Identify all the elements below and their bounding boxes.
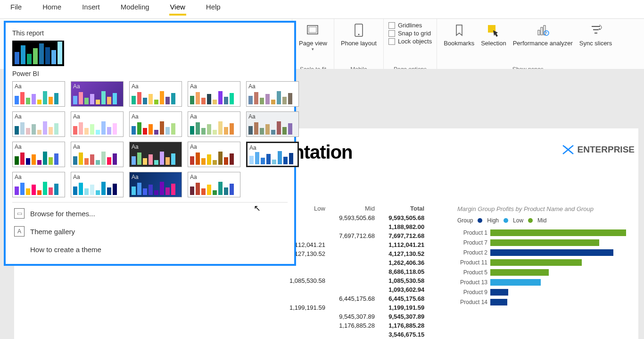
- chart-legend: GroupHighLowMid: [457, 217, 636, 224]
- theme-tile[interactable]: Aa: [71, 142, 124, 167]
- chart-bar-row: Product 13: [457, 278, 636, 287]
- chart-bar-label: Product 1: [457, 229, 490, 236]
- theme-tile[interactable]: Aa: [12, 142, 65, 167]
- theme-tile[interactable]: Aa: [129, 172, 182, 197]
- checkbox-icon: [388, 22, 395, 29]
- chart-bar-row: Product 2: [457, 248, 636, 257]
- page-view-icon: [305, 22, 322, 39]
- dna-icon: [561, 144, 575, 155]
- scale-group: Page view ▾ Scale to fit: [292, 19, 334, 74]
- phone-layout-label: Phone layout: [341, 40, 377, 47]
- current-theme-tile[interactable]: [12, 41, 64, 66]
- table-row: 9,545,307.899,545,307.89: [285, 313, 429, 321]
- table-row: 7,697,712.687,697,712.68: [285, 232, 429, 240]
- chart-bar-row: Product 11: [457, 258, 636, 267]
- theme-tile[interactable]: Aa: [129, 142, 182, 167]
- svg-rect-1: [309, 27, 316, 33]
- browse-icon: ▭: [14, 208, 25, 219]
- theme-tile[interactable]: Aa: [71, 172, 124, 197]
- snap-checkbox[interactable]: Snap to grid: [388, 30, 432, 37]
- theme-gallery-item[interactable]: ATheme gallery: [12, 222, 288, 240]
- table-row: 3,546,675.15: [285, 331, 429, 339]
- chart-bar: [490, 229, 626, 236]
- chart-bar-row: Product 5: [457, 268, 636, 277]
- bookmark-icon: [451, 22, 468, 39]
- theme-tile[interactable]: Aa: [188, 81, 240, 107]
- table-row: 1,112,041.211,112,041.21: [285, 241, 429, 249]
- mobile-group: Phone layout Mobile: [334, 19, 384, 74]
- this-report-heading: This report: [12, 29, 288, 37]
- menu-file[interactable]: File: [9, 2, 23, 16]
- theme-tile[interactable]: Aa: [129, 111, 182, 137]
- table-header: Total: [380, 204, 429, 213]
- theme-tile[interactable]: Aa: [188, 172, 240, 197]
- chart-bar: [490, 249, 613, 256]
- page-view-button[interactable]: Page view ▾: [297, 21, 329, 52]
- svg-rect-5: [538, 30, 540, 35]
- chart-bar-row: Product 14: [457, 298, 636, 306]
- lock-checkbox[interactable]: Lock objects: [388, 38, 432, 45]
- theme-tile[interactable]: Aa: [188, 142, 240, 167]
- brand-logo: ENTERPRISE: [561, 144, 635, 155]
- chart-bar-row: Product 7: [457, 238, 636, 247]
- howto-theme-item[interactable]: How to create a theme: [12, 240, 288, 258]
- chart-title: Margin Group Profits by Product Name and…: [457, 205, 636, 212]
- table-row: 6,445,175.686,445,175.68: [285, 295, 429, 303]
- table-header: Mid: [331, 204, 380, 213]
- performance-icon: [534, 22, 551, 39]
- legend-label: Low: [513, 217, 523, 224]
- chart-bar-label: Product 7: [457, 239, 490, 246]
- phone-icon: [350, 22, 367, 39]
- sync-icon: [587, 22, 604, 39]
- gridlines-checkbox[interactable]: Gridlines: [388, 22, 432, 29]
- page-options-group: Gridlines Snap to grid Lock objects Page…: [384, 19, 437, 74]
- table-row: 1,188,982.00: [285, 223, 429, 231]
- menu-insert[interactable]: Insert: [81, 2, 101, 16]
- selection-button[interactable]: Selection: [479, 21, 508, 48]
- margin-chart: Margin Group Profits by Product Name and…: [457, 205, 636, 308]
- menu-help[interactable]: Help: [205, 2, 222, 16]
- chart-bar-label: Product 9: [457, 289, 490, 296]
- chart-bar: [490, 259, 582, 266]
- table-row: 1,085,530.581,085,530.58: [285, 277, 429, 285]
- theme-tile[interactable]: Aa: [246, 142, 299, 167]
- bookmarks-button[interactable]: Bookmarks: [442, 21, 476, 48]
- theme-tile[interactable]: Aa: [12, 81, 65, 107]
- legend-label: High: [487, 217, 499, 224]
- legend-dot: [478, 218, 482, 223]
- chart-bar-label: Product 13: [457, 279, 490, 286]
- theme-dropdown-panel: This report Power BI AaAaAaAaAaAaAaAaAaA…: [4, 21, 296, 266]
- theme-tile[interactable]: Aa: [12, 172, 65, 197]
- svg-rect-6: [541, 27, 543, 35]
- theme-grid: AaAaAaAaAaAaAaAaAaAaAaAaAaAaAaAaAaAaAa: [12, 81, 288, 197]
- show-panes-group: Bookmarks Selection Performance analyzer…: [437, 19, 619, 74]
- svg-point-3: [358, 34, 359, 35]
- cursor-icon: ↖: [254, 203, 261, 213]
- sync-slicers-button[interactable]: Sync slicers: [578, 21, 614, 48]
- browse-themes-item[interactable]: ▭Browse for themes...: [12, 204, 288, 222]
- chart-bar: [490, 269, 549, 276]
- theme-tile[interactable]: Aa: [71, 111, 124, 137]
- table-row: 1,093,602.94: [285, 286, 429, 294]
- theme-tile[interactable]: Aa: [71, 81, 124, 107]
- legend-dot: [504, 218, 508, 223]
- theme-tile[interactable]: Aa: [12, 111, 65, 137]
- theme-tile[interactable]: Aa: [188, 111, 240, 137]
- table-row: 1,262,406.36: [285, 259, 429, 267]
- chart-bar: [490, 299, 507, 305]
- table-row: 8,686,118.05: [285, 268, 429, 276]
- page-view-label: Page view: [299, 40, 327, 47]
- theme-tile[interactable]: Aa: [129, 81, 182, 107]
- performance-button[interactable]: Performance analyzer: [511, 21, 575, 48]
- theme-tile[interactable]: Aa: [246, 81, 299, 107]
- chart-bar-label: Product 5: [457, 269, 490, 276]
- chart-bar: [490, 279, 541, 286]
- theme-tile[interactable]: Aa: [246, 111, 299, 137]
- menu-view[interactable]: View: [169, 2, 186, 16]
- checkbox-icon: [388, 38, 395, 45]
- menu-modeling[interactable]: Modeling: [120, 2, 150, 16]
- phone-layout-button[interactable]: Phone layout: [339, 21, 379, 48]
- chart-bar: [490, 289, 508, 296]
- menu-home[interactable]: Home: [41, 2, 62, 16]
- chart-bar-label: Product 14: [457, 299, 490, 305]
